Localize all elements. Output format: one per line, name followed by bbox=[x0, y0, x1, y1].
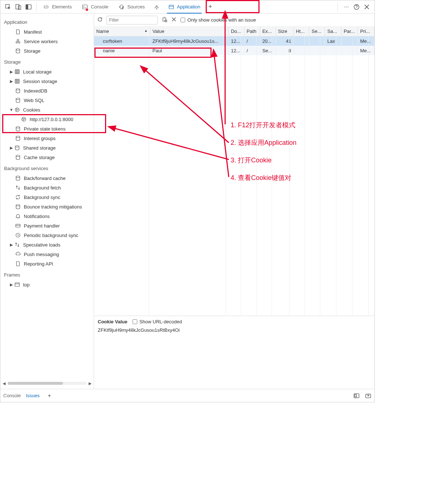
show-url-decoded-label: Show URL-decoded bbox=[139, 319, 182, 324]
column-header[interactable]: Path bbox=[244, 27, 260, 36]
drawer-add-tab-button[interactable]: + bbox=[45, 392, 54, 399]
column-header[interactable]: Name▲ bbox=[94, 27, 150, 36]
svg-rect-16 bbox=[15, 79, 19, 83]
column-header[interactable]: Value bbox=[150, 27, 228, 36]
tab-label: Elements bbox=[52, 4, 72, 10]
tab-console[interactable]: Console bbox=[77, 0, 113, 14]
sidebar-item-payment-handler[interactable]: Payment handler bbox=[0, 221, 94, 230]
sidebar-item-service-workers[interactable]: Service workers bbox=[0, 37, 94, 46]
sidebar-item-storage[interactable]: Storage bbox=[0, 46, 94, 56]
sidebar-item-indexeddb[interactable]: IndexedDB bbox=[0, 86, 94, 95]
sidebar-item-label: Cookies bbox=[23, 107, 40, 113]
sidebar-item-cookies[interactable]: ▼Cookies bbox=[0, 105, 94, 114]
sidebar-item-local-storage[interactable]: ▶Local storage bbox=[0, 67, 94, 76]
clear-all-icon[interactable] bbox=[171, 16, 177, 23]
drawer-tab-console[interactable]: Console bbox=[3, 393, 21, 398]
svg-point-11 bbox=[17, 40, 19, 41]
drawer-expand-icon[interactable] bbox=[365, 392, 372, 399]
tab-elements[interactable]: Elements bbox=[38, 0, 77, 14]
sidebar-item-bounce-tracking[interactable]: Bounce tracking mitigations bbox=[0, 202, 94, 211]
filter-input[interactable] bbox=[107, 16, 158, 25]
scroll-left-icon[interactable]: ◀ bbox=[2, 381, 6, 386]
sidebar-item-label: Bounce tracking mitigations bbox=[24, 204, 82, 210]
svg-rect-4 bbox=[26, 4, 28, 9]
more-menu-icon[interactable]: ⋯ bbox=[343, 4, 350, 10]
sidebar-item-session-storage[interactable]: ▶Session storage bbox=[0, 76, 94, 86]
sidebar-item-label: Storage bbox=[24, 48, 41, 54]
column-header[interactable]: Ex... bbox=[260, 27, 276, 36]
column-header[interactable]: Sa... bbox=[325, 27, 341, 36]
table-row[interactable]: csrftokenZFKtf9juH9my48kJcGusou1s...12..… bbox=[94, 36, 374, 46]
tab-label: Application bbox=[177, 4, 201, 10]
only-issues-label: Only show cookies with an issue bbox=[187, 17, 256, 23]
dock-side-icon[interactable] bbox=[25, 4, 32, 10]
sidebar-item-label: Shared storage bbox=[23, 145, 56, 151]
sort-asc-icon: ▲ bbox=[144, 29, 148, 33]
column-header[interactable]: Par... bbox=[341, 27, 358, 36]
sidebar-item-private-state-tokens[interactable]: Private state tokens bbox=[0, 124, 94, 134]
sidebar-item-push-messaging[interactable]: Push messaging bbox=[0, 249, 94, 259]
svg-point-14 bbox=[16, 49, 20, 50]
scrollbar-thumb[interactable] bbox=[8, 382, 63, 385]
sidebar-item-label: Cache storage bbox=[24, 155, 55, 160]
annotation-step2: 2. 选择应用Application bbox=[231, 138, 296, 147]
column-header[interactable]: Se... bbox=[309, 27, 325, 36]
add-tab-button[interactable]: + bbox=[205, 3, 215, 11]
sidebar-item-cookie-origin[interactable]: http://127.0.0.1:8000 bbox=[0, 114, 94, 124]
svg-point-19 bbox=[15, 108, 19, 112]
sidebar-item-bg-fetch[interactable]: Background fetch bbox=[0, 183, 94, 192]
column-header[interactable]: Size bbox=[276, 27, 294, 36]
table-cell: 12... bbox=[228, 46, 244, 55]
devtools-window: Elements Console Sources Application + ⋯ bbox=[0, 0, 375, 402]
drawer-computed-pane-icon[interactable] bbox=[353, 392, 360, 399]
table-cell bbox=[341, 46, 358, 55]
sidebar-item-websql[interactable]: Web SQL bbox=[0, 95, 94, 105]
column-header[interactable]: Do... bbox=[228, 27, 244, 36]
sidebar-item-frame-top[interactable]: ▶top bbox=[0, 280, 94, 289]
scrollbar-track[interactable] bbox=[8, 382, 86, 385]
sidebar-item-notifications[interactable]: Notifications bbox=[0, 211, 94, 221]
sidebar-item-manifest[interactable]: Manifest bbox=[0, 27, 94, 37]
table-cell bbox=[325, 46, 341, 55]
tab-label: Console bbox=[91, 4, 108, 10]
top-tabbar: Elements Console Sources Application + ⋯ bbox=[0, 0, 374, 14]
column-header[interactable]: Pri... bbox=[358, 27, 374, 36]
only-issues-checkbox[interactable]: Only show cookies with an issue bbox=[180, 17, 256, 23]
clear-filter-icon[interactable] bbox=[161, 16, 167, 23]
table-cell bbox=[294, 46, 309, 55]
sidebar-item-speculative-loads[interactable]: ▶Speculative loads bbox=[0, 240, 94, 249]
tab-application[interactable]: Application bbox=[163, 0, 206, 14]
svg-point-31 bbox=[16, 176, 20, 177]
only-issues-checkbox-input[interactable] bbox=[180, 18, 185, 22]
tab-network-throttle[interactable] bbox=[150, 0, 163, 14]
refresh-icon[interactable] bbox=[97, 16, 103, 23]
device-toolbar-icon[interactable] bbox=[15, 4, 22, 10]
sidebar-item-bf-cache[interactable]: Back/forward cache bbox=[0, 173, 94, 183]
tab-sources[interactable]: Sources bbox=[113, 0, 150, 14]
table-cell: Me... bbox=[358, 46, 374, 55]
sidebar-item-bg-sync[interactable]: Background sync bbox=[0, 192, 94, 202]
sidebar-item-reporting-api[interactable]: Reporting API bbox=[0, 259, 94, 268]
sidebar-item-periodic-bg-sync[interactable]: Periodic background sync bbox=[0, 230, 94, 240]
table-cell: csrftoken bbox=[94, 36, 150, 46]
sidebar-item-shared-storage[interactable]: ▶Shared storage bbox=[0, 143, 94, 153]
cookie-value-label: Cookie Value bbox=[98, 319, 127, 324]
table-cell bbox=[309, 46, 325, 55]
close-devtools-icon[interactable] bbox=[363, 4, 370, 10]
chevron-right-icon: ▶ bbox=[9, 69, 14, 74]
table-row[interactable]: namePaul12.../Se...8Me... bbox=[94, 46, 374, 55]
column-header[interactable]: Ht... bbox=[294, 27, 309, 36]
sidebar-item-label: IndexedDB bbox=[24, 88, 47, 94]
show-url-decoded-checkbox[interactable]: Show URL-decoded bbox=[132, 319, 182, 324]
sidebar-horizontal-scrollbar[interactable]: ◀ ▶ bbox=[0, 380, 94, 387]
svg-point-17 bbox=[16, 89, 20, 90]
sidebar-item-cache-storage[interactable]: Cache storage bbox=[0, 153, 94, 162]
drawer-tab-issues[interactable]: Issues bbox=[26, 393, 40, 398]
table-cell bbox=[294, 36, 309, 46]
svg-point-12 bbox=[16, 42, 18, 43]
help-icon[interactable] bbox=[353, 4, 360, 10]
inspect-element-icon[interactable] bbox=[5, 4, 11, 10]
show-url-decoded-checkbox-input[interactable] bbox=[132, 319, 137, 324]
scroll-right-icon[interactable]: ▶ bbox=[88, 381, 92, 386]
sidebar-item-interest-groups[interactable]: Interest groups bbox=[0, 134, 94, 143]
